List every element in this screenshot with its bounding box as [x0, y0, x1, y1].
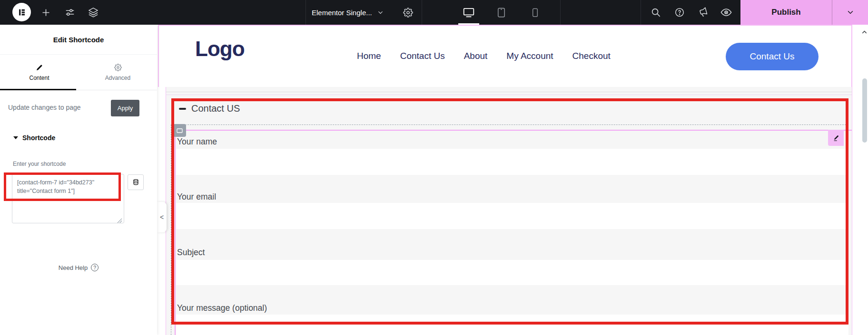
widget-boundary-dashed [171, 124, 848, 125]
drag-handle-icon [177, 128, 183, 133]
tab-content-label: Content [29, 75, 49, 81]
tablet-icon[interactable] [494, 0, 508, 25]
publish-button[interactable]: Publish [740, 0, 832, 25]
drag-handle[interactable] [173, 124, 186, 137]
shortcode-field-label: Enter your shortcode [13, 161, 66, 167]
preview-canvas: Logo Home Contact Us About My Account Ch… [157, 25, 868, 335]
dynamic-tags-button[interactable] [128, 174, 144, 190]
search-icon[interactable] [649, 0, 663, 25]
form-input-subject[interactable] [176, 260, 848, 285]
nav-item-about[interactable]: About [464, 51, 488, 61]
gear-icon [114, 64, 122, 71]
elementor-logo-icon[interactable] [12, 3, 31, 21]
form-input-your-email[interactable] [176, 203, 848, 229]
question-circle-icon: ? [91, 264, 99, 271]
shortcode-input[interactable]: [contact-form-7 id="34bd273" title="Cont… [12, 174, 124, 223]
form-field-label: Your email [177, 192, 216, 202]
form-field-label: Subject [177, 248, 205, 258]
need-help-link[interactable]: Need Help ? [0, 264, 157, 271]
publish-label: Publish [771, 8, 800, 17]
shortcode-section-header[interactable]: Shortcode [13, 134, 55, 142]
widget-border-top [175, 130, 852, 131]
minus-icon[interactable] [179, 108, 186, 110]
divider [166, 95, 852, 95]
structure-icon[interactable] [87, 0, 100, 25]
publish-options-button[interactable] [832, 0, 868, 25]
settings-panel: Edit Shortcode Content Advanced Update c… [0, 25, 157, 335]
panel-title: Edit Shortcode [0, 25, 157, 55]
scrollbar-thumb[interactable] [862, 78, 867, 143]
widget-boundary-dashed [171, 124, 171, 335]
chevron-down-icon [846, 8, 855, 17]
mobile-icon[interactable] [528, 0, 542, 25]
document-switcher[interactable]: Elementor Single... [312, 0, 384, 25]
nav-item-home[interactable]: Home [357, 51, 381, 61]
whats-new-icon[interactable] [696, 0, 710, 25]
topbar: Elementor Single... [0, 0, 868, 25]
elementor-editor: Elementor Single... [0, 0, 868, 335]
divider [306, 0, 306, 25]
form-field-label: Your message (optional) [177, 303, 267, 313]
preview-icon[interactable] [719, 0, 733, 25]
form-input-your-name[interactable] [176, 149, 848, 175]
panel-tabs: Content Advanced [0, 55, 157, 90]
accordion-title[interactable]: Contact US [191, 103, 240, 114]
divider [422, 0, 422, 25]
chevron-left-icon: < [160, 213, 164, 221]
tab-advanced[interactable]: Advanced [79, 55, 157, 90]
desktop-icon[interactable] [461, 0, 477, 25]
caret-down-icon [13, 136, 18, 139]
scroll-up-icon[interactable] [861, 29, 868, 38]
shortcode-section-title: Shortcode [22, 134, 55, 142]
nav-item-contact-us[interactable]: Contact Us [400, 51, 445, 61]
pencil-icon [36, 64, 43, 71]
tab-content[interactable]: Content [0, 55, 79, 90]
chevron-down-icon [377, 9, 384, 16]
nav-item-checkout[interactable]: Checkout [572, 51, 611, 61]
edit-widget-button[interactable] [828, 130, 844, 146]
panel-collapse-button[interactable]: < [157, 202, 167, 232]
divider [166, 92, 852, 92]
site-settings-icon[interactable] [63, 0, 77, 25]
site-logo[interactable]: Logo [195, 37, 245, 61]
divider [641, 0, 641, 25]
active-device-indicator [458, 23, 479, 25]
edit-pencil-icon [832, 134, 840, 142]
section-border-left [158, 25, 159, 87]
need-help-label: Need Help [59, 264, 88, 271]
widget-border-left [175, 130, 176, 335]
divider [560, 0, 561, 25]
apply-button[interactable]: Apply [111, 100, 139, 116]
site-nav: Home Contact Us About My Account Checkou… [357, 25, 611, 87]
active-tab-indicator [0, 89, 76, 90]
document-title: Elementor Single... [312, 9, 372, 17]
update-changes-text: Update changes to page [8, 104, 81, 111]
page-settings-icon[interactable] [401, 0, 415, 25]
nav-item-my-account[interactable]: My Account [506, 51, 553, 61]
help-icon[interactable] [672, 0, 687, 25]
tab-advanced-label: Advanced [105, 75, 130, 81]
form-field-label: Your name [177, 137, 217, 147]
form-textarea-your-message[interactable] [176, 315, 848, 335]
contact-us-button[interactable]: Contact Us [726, 43, 819, 70]
add-element-icon[interactable] [39, 0, 52, 25]
database-icon [132, 179, 139, 186]
